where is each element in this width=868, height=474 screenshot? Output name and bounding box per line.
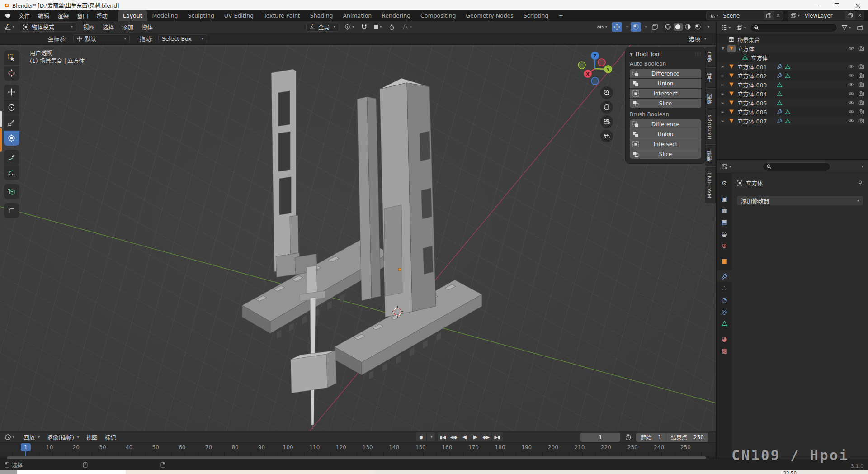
zoom-button[interactable]	[600, 86, 613, 99]
properties-tab-texture[interactable]: ▩	[717, 345, 732, 356]
outliner-item-label[interactable]: 立方体	[737, 44, 755, 53]
properties-tab-view-layer[interactable]: ▦	[717, 216, 732, 228]
scene-selector[interactable]: ▾ Scene ✕	[706, 11, 783, 20]
auto-union-button[interactable]: Union	[630, 79, 701, 88]
disable-render-toggle[interactable]	[858, 118, 864, 124]
properties-tab-output[interactable]: ▤	[717, 204, 732, 216]
hide-viewport-toggle[interactable]	[848, 109, 854, 115]
workspace-tab-shading[interactable]: Shading	[305, 10, 338, 21]
outliner-row[interactable]: ►立方体.002	[717, 71, 868, 80]
gizmos-dropdown[interactable]: ▾	[626, 25, 628, 29]
outliner-display-mode[interactable]: ▾	[719, 23, 732, 33]
outliner-item-label[interactable]: 立方体.005	[737, 99, 767, 107]
close-button[interactable]	[847, 0, 868, 10]
tool-transform[interactable]	[4, 131, 19, 146]
tool-corner[interactable]	[4, 203, 19, 218]
outliner-row[interactable]: 场景集合	[717, 35, 868, 44]
npanel-tab-1[interactable]: 工具	[705, 68, 716, 88]
ortho-toggle-button[interactable]	[600, 130, 613, 142]
object-visibility-menu[interactable]: ▾	[595, 22, 609, 32]
properties-editor-type[interactable]: ▾	[719, 162, 733, 171]
outliner-row[interactable]: ►立方体.001	[717, 62, 868, 71]
outliner-row[interactable]: ►立方体.004	[717, 89, 868, 98]
mesh-ladder-frame[interactable]	[271, 69, 317, 277]
use-preview-range-toggle[interactable]	[623, 432, 633, 442]
viewport-menu-1[interactable]: 选择	[99, 21, 118, 33]
timeline-track[interactable]	[0, 452, 716, 456]
workspace-tab-compositing[interactable]: Compositing	[415, 10, 461, 21]
tool-select-box[interactable]	[4, 50, 19, 65]
outliner-filter-button[interactable]: ▾	[840, 23, 853, 33]
outliner-filter-type[interactable]: ▾	[735, 23, 748, 33]
outliner-row[interactable]: ▼立方体	[717, 44, 868, 53]
pin-icon[interactable]	[857, 180, 863, 186]
properties-search-input[interactable]	[763, 162, 830, 171]
pivot-point-button[interactable]: ▾	[342, 22, 356, 32]
viewport-menu-3[interactable]: 物体	[137, 21, 157, 33]
outliner-row[interactable]: ►立方体.007	[717, 116, 868, 125]
properties-tab-render[interactable]: ▣	[717, 193, 732, 204]
brush-slice-button[interactable]: Slice	[630, 149, 701, 159]
outliner-row[interactable]: ►立方体.005	[717, 98, 868, 107]
coord-system-select[interactable]: 默认 ▾	[73, 34, 130, 43]
remove-viewlayer-button[interactable]: ✕	[855, 13, 864, 19]
current-frame-field[interactable]: 1	[580, 433, 620, 442]
outliner-item-label[interactable]: 立方体.007	[737, 117, 767, 125]
overlays-toggle[interactable]	[631, 22, 641, 32]
tool-cursor[interactable]	[4, 66, 19, 81]
drag-select[interactable]: Select Box ▾	[158, 34, 207, 43]
camera-view-button[interactable]	[600, 115, 613, 128]
outliner-item-label[interactable]: 立方体.001	[737, 62, 767, 71]
disable-render-toggle[interactable]	[858, 100, 864, 106]
transform-orientation[interactable]: 全局 ▾	[306, 23, 339, 32]
workspace-tab-texture-paint[interactable]: Texture Paint	[259, 10, 305, 21]
timeline-editor-type[interactable]: ▾	[3, 432, 16, 442]
timeline-menu-2[interactable]: 视图	[83, 431, 101, 443]
disable-render-toggle[interactable]	[858, 109, 864, 115]
prev-keyframe-button[interactable]: ◀◆	[448, 432, 459, 441]
outliner-row[interactable]: ►立方体.006	[717, 107, 868, 116]
workspace-tab-modeling[interactable]: Modeling	[147, 10, 183, 21]
npanel-tab-3[interactable]: HardOps	[705, 109, 716, 144]
overlays-dropdown[interactable]: ▾	[645, 25, 647, 29]
properties-tab-constraints[interactable]: ◎	[717, 306, 732, 318]
blender-menu-icon[interactable]	[4, 12, 11, 19]
jump-to-start-button[interactable]: ▮◀	[438, 432, 448, 441]
disclosure-icon[interactable]: ►	[720, 92, 726, 96]
disable-render-toggle[interactable]	[858, 90, 864, 97]
outliner-row[interactable]: ►立方体.003	[717, 80, 868, 89]
hide-viewport-toggle[interactable]	[848, 45, 854, 52]
auto-difference-button[interactable]: Difference	[630, 69, 701, 78]
viewport-menu-0[interactable]: 视图	[79, 21, 99, 33]
navigation-gizmo[interactable]: Z Y X	[575, 48, 616, 89]
workspace-tab-rendering[interactable]: Rendering	[377, 10, 415, 21]
hide-viewport-toggle[interactable]	[848, 81, 854, 88]
frame-start-field[interactable]: 起始1	[636, 433, 666, 442]
app-menu-3[interactable]: 窗口	[73, 10, 92, 21]
brush-union-button[interactable]: Union	[630, 129, 701, 139]
tool-scale[interactable]	[4, 115, 19, 130]
snap-settings[interactable]: ▾	[373, 22, 383, 32]
workspace-tab-animation[interactable]: Animation	[338, 10, 377, 21]
snap-toggle[interactable]	[359, 22, 369, 32]
viewport-3d[interactable]: 用户透视 (1) 场景集合 | 立方体 Z Y X 条目工具视图H	[0, 45, 716, 431]
mode-selector[interactable]: 物体模式 ▾	[19, 22, 76, 32]
timeline-menu-0[interactable]: 回放▾	[20, 431, 43, 443]
workspace-tab-sculpting[interactable]: Sculpting	[183, 10, 219, 21]
viewlayer-name[interactable]: ViewLayer	[802, 13, 845, 19]
shading-dropdown[interactable]: ▾	[708, 25, 709, 29]
disclosure-icon[interactable]: ▼	[720, 47, 726, 51]
workspace-tab-+[interactable]: +	[553, 10, 568, 21]
hide-viewport-toggle[interactable]	[848, 118, 854, 124]
panel-drag-handle[interactable]: ∷∷	[694, 52, 701, 57]
disable-render-toggle[interactable]	[858, 81, 864, 88]
editor-type-selector[interactable]: ▾	[3, 22, 16, 32]
minimize-button[interactable]	[806, 0, 826, 10]
outliner-item-label[interactable]: 立方体.003	[737, 81, 767, 89]
timeline-ruler[interactable]: 1 10203040506070809010011012013014015016…	[0, 443, 716, 452]
brush-difference-button[interactable]: Difference	[630, 119, 701, 129]
auto-slice-button[interactable]: Slice	[630, 99, 701, 108]
outliner-row[interactable]: 立方体	[717, 53, 868, 62]
tool-annotate[interactable]	[4, 150, 19, 165]
options-menu[interactable]: 选项 ▾	[686, 34, 709, 43]
